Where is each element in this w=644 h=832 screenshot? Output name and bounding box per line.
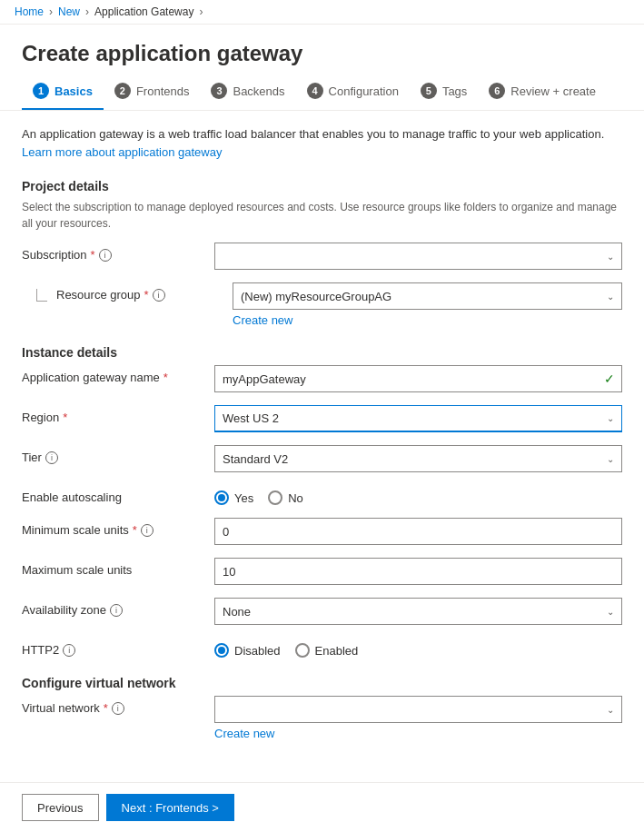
max-scale-input[interactable]: [214, 558, 622, 585]
app-gateway-name-input[interactable]: [214, 365, 622, 392]
wizard-step-tags[interactable]: 5 Tags: [410, 74, 478, 110]
tier-dropdown[interactable]: Standard V2 ⌄: [214, 445, 622, 472]
autoscaling-no-label: No: [288, 491, 303, 505]
project-details-header: Project details: [22, 179, 622, 193]
page-title: Create application gateway: [22, 41, 622, 66]
about-link[interactable]: about application gateway: [85, 145, 222, 159]
availability-zone-info-icon[interactable]: i: [110, 604, 123, 617]
availability-zone-control: None ⌄: [214, 598, 622, 625]
region-required: *: [63, 411, 67, 424]
availability-zone-row: Availability zone i None ⌄: [22, 598, 622, 625]
learn-more-link[interactable]: Learn more: [22, 145, 82, 159]
max-scale-row: Maximum scale units: [22, 558, 622, 585]
http2-info-icon[interactable]: i: [63, 644, 75, 657]
region-control: West US 2 ⌄: [214, 405, 622, 432]
max-scale-control: [214, 558, 622, 585]
previous-button[interactable]: Previous: [22, 794, 99, 821]
resource-group-create-new-link[interactable]: Create new: [233, 313, 292, 327]
resource-group-info-icon[interactable]: i: [153, 289, 165, 302]
resource-group-row: Resource group * i (New) myResourceGroup…: [22, 282, 622, 327]
resource-group-arrow-icon: ⌄: [607, 292, 614, 302]
subscription-row: Subscription * i ⌄: [22, 243, 622, 270]
app-gateway-name-checkmark-icon: ✓: [604, 371, 615, 386]
autoscaling-no-radio-icon: [268, 490, 282, 505]
step-num-4: 4: [307, 83, 323, 99]
breadcrumb-current: Application Gateway: [94, 5, 193, 18]
step-label-frontends: Frontends: [136, 84, 190, 98]
info-description: An application gateway is a web traffic …: [22, 125, 622, 161]
step-num-3: 3: [211, 83, 227, 99]
subscription-required: *: [91, 248, 95, 262]
step-label-basics: Basics: [54, 84, 93, 98]
resource-group-required: *: [144, 288, 149, 302]
project-details-desc: Select the subscription to manage deploy…: [22, 199, 622, 232]
region-dropdown[interactable]: West US 2 ⌄: [214, 405, 622, 432]
wizard-step-configuration[interactable]: 4 Configuration: [296, 74, 410, 110]
min-scale-row: Minimum scale units * i: [22, 518, 622, 545]
min-scale-control: [214, 518, 622, 545]
breadcrumb-sep-1: ›: [49, 5, 53, 18]
availability-zone-label: Availability zone i: [22, 603, 203, 617]
availability-zone-arrow-icon: ⌄: [607, 607, 614, 617]
virtual-network-control: ⌄ Create new: [214, 696, 622, 740]
region-value: West US 2: [223, 411, 279, 425]
tier-arrow-icon: ⌄: [607, 454, 614, 464]
tier-control: Standard V2 ⌄: [214, 445, 622, 472]
autoscaling-yes-option[interactable]: Yes: [214, 490, 253, 505]
max-scale-label: Maximum scale units: [22, 563, 203, 577]
virtual-network-row: Virtual network * i ⌄ Create new: [22, 696, 622, 740]
tier-label: Tier i: [22, 451, 203, 464]
subscription-arrow-icon: ⌄: [607, 252, 614, 262]
http2-label: HTTP2 i: [22, 643, 203, 657]
subscription-control: ⌄: [214, 243, 622, 270]
next-button[interactable]: Next : Frontends >: [106, 794, 234, 821]
http2-control: Disabled Enabled: [214, 638, 622, 658]
app-gateway-name-row: Application gateway name * ✓: [22, 365, 622, 392]
subscription-info-icon[interactable]: i: [99, 249, 112, 262]
breadcrumb-home[interactable]: Home: [15, 5, 44, 18]
subscription-dropdown[interactable]: ⌄: [214, 243, 622, 270]
availability-zone-dropdown[interactable]: None ⌄: [214, 598, 622, 625]
http2-disabled-option[interactable]: Disabled: [214, 643, 281, 658]
virtual-network-dropdown[interactable]: ⌄: [214, 696, 622, 723]
footer: Previous Next : Frontends >: [0, 782, 644, 832]
app-gateway-name-label: Application gateway name *: [22, 371, 203, 384]
app-gateway-name-control: ✓: [214, 365, 622, 392]
autoscaling-control: Yes No: [214, 485, 622, 505]
autoscaling-no-option[interactable]: No: [268, 490, 303, 505]
tier-value: Standard V2: [223, 452, 288, 466]
virtual-network-info-icon[interactable]: i: [112, 702, 124, 715]
step-label-review: Review + create: [510, 84, 596, 98]
step-label-tags: Tags: [442, 84, 467, 98]
autoscaling-yes-radio-icon: [214, 490, 229, 505]
virtual-network-arrow-icon: ⌄: [607, 705, 614, 715]
wizard-step-backends[interactable]: 3 Backends: [200, 74, 295, 110]
page-title-area: Create application gateway: [0, 25, 644, 74]
wizard-step-review[interactable]: 6 Review + create: [478, 74, 607, 110]
step-label-backends: Backends: [233, 84, 284, 98]
min-scale-label: Minimum scale units * i: [22, 523, 203, 537]
wizard-step-basics[interactable]: 1 Basics: [22, 74, 104, 110]
virtual-network-create-new-link[interactable]: Create new: [214, 727, 274, 740]
tier-info-icon[interactable]: i: [45, 451, 58, 464]
resource-group-dropdown[interactable]: (New) myResourceGroupAG ⌄: [233, 282, 622, 310]
autoscaling-yes-label: Yes: [234, 491, 253, 505]
instance-details-header: Instance details: [22, 345, 622, 360]
availability-zone-value: None: [223, 605, 251, 619]
http2-enabled-option[interactable]: Enabled: [295, 643, 359, 658]
breadcrumb-new[interactable]: New: [58, 5, 80, 18]
breadcrumb-sep-3: ›: [199, 5, 203, 18]
wizard-step-frontends[interactable]: 2 Frontends: [104, 74, 201, 110]
min-scale-input[interactable]: [214, 518, 622, 545]
region-arrow-icon: ⌄: [607, 413, 614, 423]
resource-group-control: (New) myResourceGroupAG ⌄ Create new: [233, 282, 622, 327]
autoscaling-label: Enable autoscaling: [22, 490, 203, 504]
autoscaling-radio-group: Yes No: [214, 485, 622, 505]
virtual-network-label: Virtual network * i: [22, 701, 203, 715]
http2-enabled-radio-icon: [295, 643, 310, 658]
wizard-nav: 1 Basics 2 Frontends 3 Backends 4 Config…: [0, 74, 644, 111]
min-scale-info-icon[interactable]: i: [141, 524, 154, 537]
http2-disabled-radio-dot: [218, 647, 225, 654]
step-num-2: 2: [114, 83, 131, 99]
virtual-network-header: Configure virtual network: [22, 676, 622, 690]
